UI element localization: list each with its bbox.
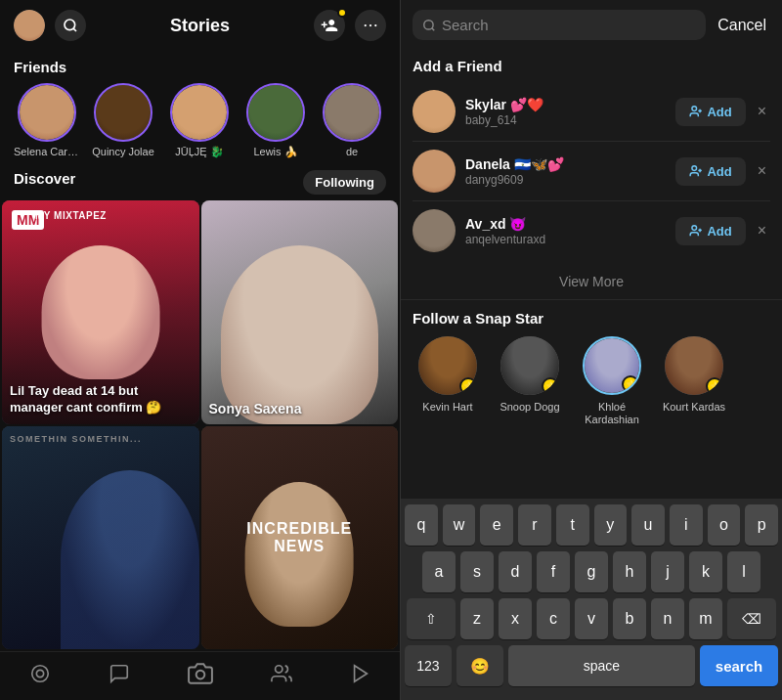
key-k[interactable]: k xyxy=(689,551,722,592)
key-e[interactable]: e xyxy=(480,504,513,546)
search-icon xyxy=(422,19,436,32)
numbers-key[interactable]: 123 xyxy=(405,645,452,686)
shift-key[interactable]: ⇧ xyxy=(407,598,456,639)
key-p[interactable]: p xyxy=(745,504,778,546)
key-u[interactable]: u xyxy=(631,504,665,546)
nav-camera-icon[interactable] xyxy=(188,661,213,691)
space-key[interactable]: space xyxy=(508,645,695,686)
nav-friends-icon[interactable] xyxy=(271,663,292,689)
friend-item[interactable]: de xyxy=(319,83,385,158)
nav-stories-icon[interactable] xyxy=(29,663,51,689)
key-r[interactable]: r xyxy=(518,504,551,546)
key-j[interactable]: j xyxy=(651,551,684,592)
key-g[interactable]: g xyxy=(575,551,608,592)
key-s[interactable]: s xyxy=(460,551,494,592)
add-button-1[interactable]: Add xyxy=(675,98,745,126)
key-l[interactable]: l xyxy=(727,551,760,592)
key-z[interactable]: z xyxy=(460,598,494,639)
snap-star-item-2[interactable]: ⭐ Snoop Dogg xyxy=(495,336,565,426)
key-w[interactable]: w xyxy=(443,504,476,546)
add-button-2[interactable]: Add xyxy=(675,157,745,186)
svg-point-15 xyxy=(692,166,697,171)
suggestion-info-3: Av_xd 😈 anqelventuraxd xyxy=(465,216,675,246)
keyboard-row-2: a s d f g h j k l xyxy=(405,551,778,592)
dismiss-button-2[interactable]: × xyxy=(754,162,770,180)
suggestion-info-2: Danela 🇸🇻🦋💕 danyg9609 xyxy=(465,156,675,187)
snap-star-name-1: Kevin Hart xyxy=(422,401,472,414)
dismiss-button-1[interactable]: × xyxy=(754,103,770,120)
key-t[interactable]: t xyxy=(556,504,589,546)
key-x[interactable]: x xyxy=(499,598,532,639)
right-panel: Cancel Add a Friend Skylar 💕❤️ baby_614 … xyxy=(401,0,782,700)
discover-card-3[interactable]: SOMETHIN SOMETHIN... xyxy=(2,426,199,650)
friend-item[interactable]: Selena Carrizales... xyxy=(14,83,80,158)
snap-star-item-3[interactable]: ⭐ Khloé Kardashian xyxy=(577,336,647,426)
backspace-key[interactable]: ⌫ xyxy=(727,598,776,639)
key-a[interactable]: a xyxy=(422,551,456,592)
card-brand: MY MIXTAPEZ xyxy=(35,210,107,221)
key-m[interactable]: m xyxy=(689,598,722,639)
nav-play-icon[interactable] xyxy=(350,663,371,689)
discover-card-2[interactable]: Sonya Saxena xyxy=(201,200,399,424)
key-q[interactable]: q xyxy=(405,504,438,546)
discover-grid: MM MY MIXTAPEZ Lil Tay dead at 14 but ma… xyxy=(0,200,400,651)
discover-card-4[interactable]: INCREDIBLE NEWS xyxy=(201,426,399,650)
key-b[interactable]: b xyxy=(613,598,646,639)
search-input-wrapper[interactable] xyxy=(413,10,706,40)
keyboard: q w e r t y u i o p a s d f g h j k l ⇧ … xyxy=(401,499,782,700)
suggestion-name-3: Av_xd 😈 xyxy=(465,216,675,232)
search-button[interactable] xyxy=(55,10,86,41)
friend-name: Lewis 🍌 xyxy=(242,146,309,158)
suggestion-username-2: danyg9609 xyxy=(465,173,675,187)
svg-point-4 xyxy=(374,24,376,26)
add-button-3[interactable]: Add xyxy=(675,217,745,245)
key-d[interactable]: d xyxy=(499,551,532,592)
svg-point-0 xyxy=(65,20,75,30)
svg-point-7 xyxy=(196,671,204,679)
friend-item[interactable]: Lewis 🍌 xyxy=(242,83,309,158)
following-button[interactable]: Following xyxy=(303,170,386,195)
search-input[interactable] xyxy=(442,17,696,33)
emoji-key[interactable]: 😊 xyxy=(456,645,503,686)
view-more-button[interactable]: View More xyxy=(401,264,782,300)
key-c[interactable]: c xyxy=(537,598,570,639)
bottom-nav xyxy=(0,651,400,700)
dismiss-button-3[interactable]: × xyxy=(754,222,770,240)
discover-card-1[interactable]: MM MY MIXTAPEZ Lil Tay dead at 14 but ma… xyxy=(2,200,199,424)
key-n[interactable]: n xyxy=(651,598,684,639)
friend-item[interactable]: Quincy Jolae xyxy=(90,83,156,158)
key-i[interactable]: i xyxy=(670,504,703,546)
suggestion-username-1: baby_614 xyxy=(465,113,675,127)
friend-item[interactable]: JŪĻJĘ 🐉 xyxy=(166,83,233,158)
key-o[interactable]: o xyxy=(708,504,741,546)
notification-dot xyxy=(337,8,347,18)
snap-star-item-1[interactable]: ⭐ Kevin Hart xyxy=(413,336,483,426)
suggestion-avatar-1 xyxy=(413,90,456,133)
more-options-button[interactable] xyxy=(355,10,386,41)
add-friend-title: Add a Friend xyxy=(413,58,770,74)
snap-star-item-4[interactable]: ⭐ Kourt Kardas xyxy=(659,336,729,426)
snap-star-badge-4: ⭐ xyxy=(706,377,723,395)
svg-point-8 xyxy=(275,666,282,673)
key-h[interactable]: h xyxy=(613,551,646,592)
search-key[interactable]: search xyxy=(700,645,778,686)
key-y[interactable]: y xyxy=(594,504,628,546)
user-avatar[interactable] xyxy=(14,10,45,41)
friend-suggestion-2: Danela 🇸🇻🦋💕 danyg9609 Add × xyxy=(413,142,770,201)
cancel-button[interactable]: Cancel xyxy=(714,17,770,34)
add-friend-button[interactable] xyxy=(314,10,345,41)
key-f[interactable]: f xyxy=(537,551,570,592)
snap-star-badge-1: ⭐ xyxy=(459,377,477,395)
key-v[interactable]: v xyxy=(575,598,608,639)
friend-name: de xyxy=(319,146,385,157)
snap-star-badge-3: ⭐ xyxy=(622,375,639,393)
friends-title: Friends xyxy=(14,59,386,75)
keyboard-row-3: ⇧ z x c v b n m ⌫ xyxy=(405,598,778,639)
left-header: Stories xyxy=(0,0,400,51)
friend-name: Quincy Jolae xyxy=(90,146,156,157)
suggestion-name-1: Skylar 💕❤️ xyxy=(465,97,675,112)
nav-chat-icon[interactable] xyxy=(109,663,130,689)
card-news-text: INCREDIBLE NEWS xyxy=(246,520,352,555)
svg-point-18 xyxy=(692,226,697,231)
friend-suggestion-3: Av_xd 😈 anqelventuraxd Add × xyxy=(413,201,770,260)
